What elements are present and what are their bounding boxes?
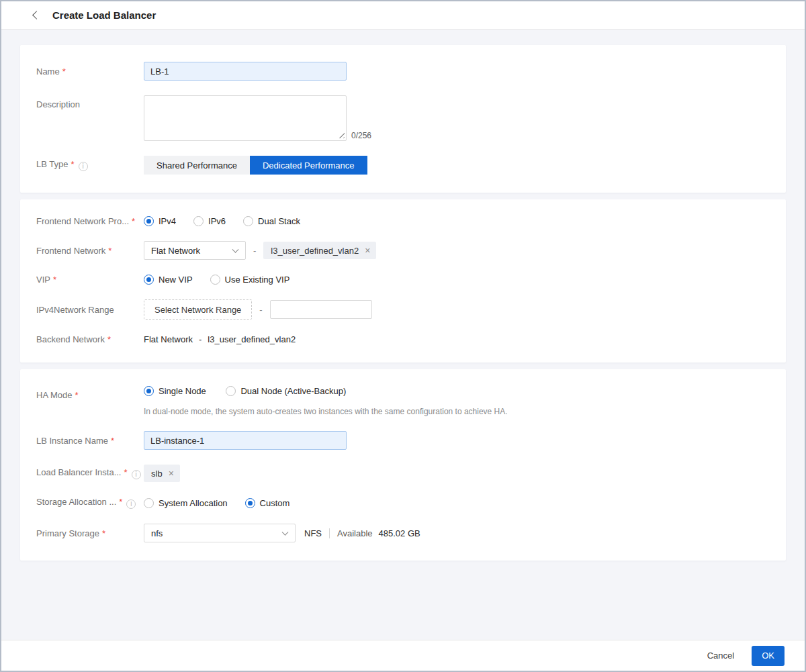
lb-instance-offering-label: Load Balancer Insta...* bbox=[36, 467, 144, 479]
page-title: Create Load Balancer bbox=[52, 9, 156, 21]
ha-mode-radio-group: Single Node Dual Node (Active-Backup) bbox=[144, 386, 346, 398]
name-label: Name* bbox=[36, 66, 144, 77]
backend-network-value: Flat Network - l3_user_defined_vlan2 bbox=[144, 334, 296, 344]
lb-type-segmented-control: Shared Performance Dedicated Performance bbox=[144, 156, 367, 175]
close-icon[interactable]: × bbox=[365, 246, 370, 255]
field-row-backend-network: Backend Network* Flat Network - l3_user_… bbox=[36, 334, 770, 344]
storage-type: NFS bbox=[304, 528, 322, 538]
field-row-primary-storage: Primary Storage* nfs NFS Available 485.0… bbox=[36, 524, 770, 542]
radio-icon bbox=[144, 498, 154, 508]
available-value: 485.02 GB bbox=[379, 528, 420, 538]
range-end-input[interactable] bbox=[270, 300, 372, 319]
storage-allocation-label: Storage Allocation ...* bbox=[36, 497, 144, 509]
description-textarea[interactable] bbox=[144, 95, 347, 141]
required-mark: * bbox=[75, 390, 78, 400]
protocol-label: Frontend Network Pro...* bbox=[36, 216, 144, 226]
vip-radio-group: New VIP Use Existing VIP bbox=[144, 275, 289, 285]
frontend-network-label: Frontend Network* bbox=[36, 246, 144, 256]
ha-mode-hint: In dual-node mode, the system auto-creat… bbox=[144, 407, 508, 416]
info-icon[interactable] bbox=[132, 470, 141, 479]
ok-button[interactable]: OK bbox=[752, 646, 785, 666]
chevron-down-icon bbox=[232, 246, 239, 253]
field-row-ha-mode: HA Mode* Single Node Dual Node (Active-B… bbox=[36, 386, 770, 416]
radio-option-ipv6[interactable]: IPv6 bbox=[193, 216, 226, 226]
required-mark: * bbox=[119, 497, 122, 507]
required-mark: * bbox=[62, 66, 66, 77]
separator-dash: - bbox=[199, 334, 202, 344]
field-row-ipv4-range: IPv4Network Range Select Network Range - bbox=[36, 299, 770, 320]
required-mark: * bbox=[108, 246, 111, 256]
field-row-lb-type: LB Type* Shared Performance Dedicated Pe… bbox=[36, 156, 770, 175]
instance-panel: HA Mode* Single Node Dual Node (Active-B… bbox=[20, 369, 786, 561]
chevron-down-icon bbox=[282, 529, 289, 536]
radio-option-system-allocation[interactable]: System Allocation bbox=[144, 498, 228, 508]
frontend-network-tag: l3_user_defined_vlan2 × bbox=[263, 242, 376, 259]
required-mark: * bbox=[124, 467, 127, 477]
radio-option-dual-stack[interactable]: Dual Stack bbox=[243, 216, 300, 226]
lb-type-label: LB Type* bbox=[36, 159, 144, 171]
network-panel: Frontend Network Pro...* IPv4 IPv6 Dual … bbox=[20, 199, 786, 363]
radio-option-single-node[interactable]: Single Node bbox=[144, 386, 206, 396]
field-row-protocol: Frontend Network Pro...* IPv4 IPv6 Dual … bbox=[36, 216, 770, 226]
separator-dash: - bbox=[259, 305, 262, 315]
cancel-button[interactable]: Cancel bbox=[705, 647, 737, 664]
close-icon[interactable]: × bbox=[169, 469, 174, 478]
field-row-frontend-network: Frontend Network* Flat Network - l3_user… bbox=[36, 241, 770, 260]
offering-tag-slb: slb × bbox=[144, 465, 180, 482]
field-row-lb-instance-offering: Load Balancer Insta...* slb × bbox=[36, 465, 770, 482]
vertical-divider bbox=[329, 528, 330, 538]
required-mark: * bbox=[71, 159, 74, 169]
create-load-balancer-page: Create Load Balancer Name* Description 0… bbox=[0, 0, 806, 672]
radio-icon bbox=[144, 386, 154, 396]
radio-icon bbox=[210, 275, 220, 285]
primary-storage-label: Primary Storage* bbox=[36, 528, 144, 538]
field-row-lb-instance-name: LB Instance Name* bbox=[36, 431, 770, 450]
field-row-name: Name* bbox=[36, 62, 770, 81]
info-icon[interactable] bbox=[79, 162, 88, 171]
lb-type-dedicated-button[interactable]: Dedicated Performance bbox=[250, 156, 367, 175]
radio-icon bbox=[245, 498, 255, 508]
required-mark: * bbox=[107, 334, 111, 344]
basic-info-panel: Name* Description 0/256 LB Type* Shared … bbox=[20, 45, 786, 193]
available-label: Available bbox=[337, 528, 373, 538]
radio-icon bbox=[144, 275, 154, 285]
required-mark: * bbox=[111, 436, 114, 446]
page-header: Create Load Balancer bbox=[1, 1, 805, 30]
char-counter: 0/256 bbox=[351, 131, 371, 141]
form-content: Name* Description 0/256 LB Type* Shared … bbox=[1, 30, 805, 640]
footer-action-bar: Cancel OK bbox=[1, 640, 805, 671]
radio-icon bbox=[193, 216, 204, 226]
info-icon[interactable] bbox=[126, 499, 136, 509]
required-mark: * bbox=[102, 528, 105, 538]
frontend-network-type-select[interactable]: Flat Network bbox=[144, 241, 246, 260]
radio-option-custom[interactable]: Custom bbox=[245, 498, 290, 508]
radio-option-dual-node[interactable]: Dual Node (Active-Backup) bbox=[226, 386, 346, 396]
radio-option-ipv4[interactable]: IPv4 bbox=[144, 216, 176, 226]
lb-instance-name-label: LB Instance Name* bbox=[36, 436, 144, 446]
back-icon[interactable] bbox=[31, 10, 42, 21]
radio-icon bbox=[226, 386, 236, 396]
required-mark: * bbox=[132, 216, 135, 226]
backend-network-label: Backend Network* bbox=[36, 334, 144, 344]
description-label: Description bbox=[36, 95, 144, 109]
radio-icon bbox=[144, 216, 154, 226]
lb-instance-name-input[interactable] bbox=[144, 431, 347, 450]
required-mark: * bbox=[53, 275, 56, 285]
field-row-description: Description 0/256 bbox=[36, 95, 770, 141]
lb-type-shared-button[interactable]: Shared Performance bbox=[144, 156, 250, 175]
primary-storage-meta: NFS Available 485.02 GB bbox=[304, 528, 420, 538]
select-network-range-button[interactable]: Select Network Range bbox=[144, 299, 252, 320]
radio-option-new-vip[interactable]: New VIP bbox=[144, 275, 193, 285]
storage-allocation-radio-group: System Allocation Custom bbox=[144, 498, 289, 508]
ha-mode-label: HA Mode* bbox=[36, 386, 144, 400]
radio-icon bbox=[243, 216, 253, 226]
ipv4-range-label: IPv4Network Range bbox=[36, 305, 144, 315]
primary-storage-select[interactable]: nfs bbox=[144, 524, 296, 542]
vip-label: VIP* bbox=[36, 275, 144, 285]
radio-option-use-existing-vip[interactable]: Use Existing VIP bbox=[210, 275, 290, 285]
field-row-storage-allocation: Storage Allocation ...* System Allocatio… bbox=[36, 497, 770, 509]
field-row-vip: VIP* New VIP Use Existing VIP bbox=[36, 275, 770, 285]
name-input[interactable] bbox=[144, 62, 347, 81]
separator-dash: - bbox=[253, 246, 256, 256]
protocol-radio-group: IPv4 IPv6 Dual Stack bbox=[144, 216, 300, 226]
